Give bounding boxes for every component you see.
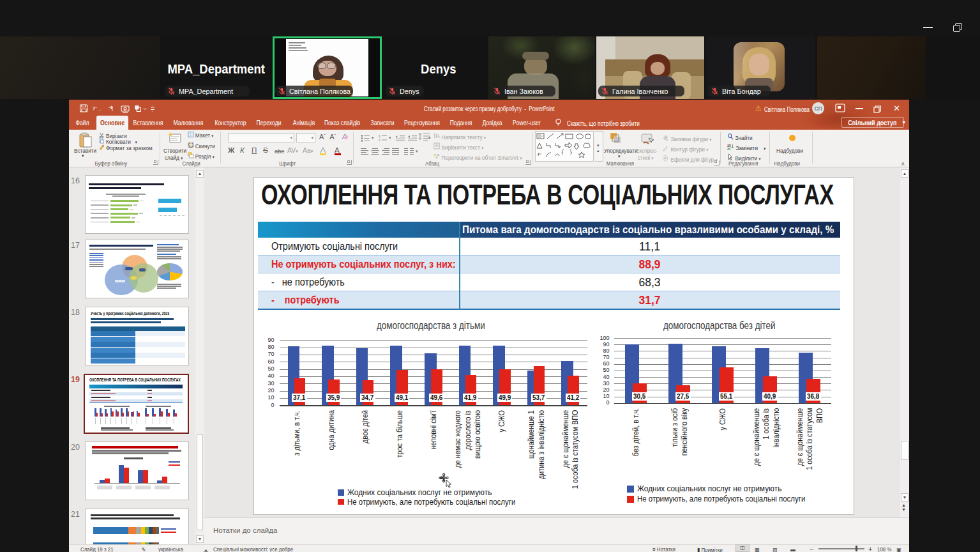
- svg-text:1: 1: [379, 134, 381, 138]
- svg-text:▾: ▾: [428, 135, 431, 140]
- svg-text:А: А: [437, 132, 440, 139]
- svg-text:2: 2: [379, 138, 381, 142]
- svg-text:ac: ac: [727, 147, 731, 150]
- svg-text:▾: ▾: [389, 135, 391, 140]
- svg-text:▾: ▾: [372, 135, 374, 140]
- svg-text:▾: ▾: [416, 149, 418, 153]
